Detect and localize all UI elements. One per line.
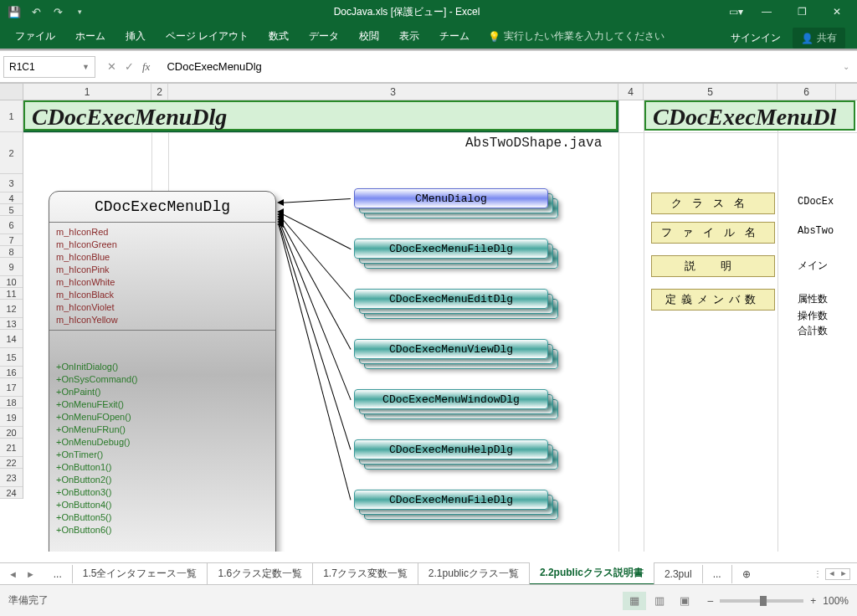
tab-team[interactable]: チーム — [429, 24, 480, 49]
row-header[interactable]: 9 — [0, 258, 23, 276]
row-header[interactable]: 14 — [0, 330, 23, 348]
row-header[interactable]: 3 — [0, 174, 23, 192]
minimize-button[interactable]: ― — [750, 2, 783, 22]
sheet-tab[interactable]: 1.6クラス定数一覧 — [208, 563, 313, 584]
col-header-4[interactable]: 4 — [618, 84, 644, 100]
row-header[interactable]: 5 — [0, 204, 23, 216]
row-header[interactable]: 20 — [0, 427, 23, 439]
sheet-tab[interactable]: 2.3pul — [654, 565, 703, 583]
row-header[interactable]: 8 — [0, 246, 23, 258]
related-class-box: CDocExecMenuEditDlg — [354, 289, 548, 309]
worksheet[interactable]: 1 2 3 4 5 6 1 2 3 4 5 6 7 8 9 10 11 12 1… — [0, 83, 857, 552]
sheet-tab-bar: ◄ ► ... 1.5全インタフェース一覧 1.6クラス定数一覧 1.7クラス変… — [0, 562, 857, 584]
zoom-in-button[interactable]: + — [810, 595, 816, 607]
tab-nav[interactable]: ◄ ► — [0, 567, 44, 581]
tell-me[interactable]: 💡 実行したい作業を入力してください — [480, 24, 673, 49]
formula-input[interactable] — [162, 56, 839, 78]
row-header[interactable]: 1 — [0, 100, 23, 132]
col-header-2[interactable]: 2 — [151, 84, 168, 100]
row-header[interactable]: 18 — [0, 397, 23, 408]
row-header[interactable]: 7 — [0, 234, 23, 246]
attr: m_hIconRed — [56, 226, 269, 239]
row-header[interactable]: 16 — [0, 367, 23, 378]
bulb-icon: 💡 — [488, 31, 500, 43]
normal-view-icon[interactable]: ▦ — [623, 592, 646, 610]
redo-icon[interactable]: ↷ — [49, 3, 67, 21]
row-header[interactable]: 11 — [0, 288, 23, 300]
share-icon: 👤 — [801, 33, 813, 44]
attr: m_hIconPink — [56, 264, 269, 276]
save-icon[interactable]: 💾 — [5, 3, 23, 21]
select-all-corner[interactable] — [0, 84, 23, 100]
sheet-tab[interactable]: 2.1publicクラス一覧 — [418, 563, 530, 584]
sheet-tab-more[interactable]: ... — [44, 565, 73, 583]
hscroll-bar[interactable]: ◄► — [825, 568, 850, 580]
tab-pagelayout[interactable]: ページ レイアウト — [156, 24, 259, 49]
row-header[interactable]: 12 — [0, 300, 23, 318]
tab-formulas[interactable]: 数式 — [259, 24, 299, 49]
col-header-6[interactable]: 6 — [777, 84, 836, 100]
fx-icon[interactable]: fx — [142, 60, 150, 74]
row-header[interactable]: 15 — [0, 348, 23, 367]
cell-grid[interactable]: CDocExecMenuDlg CDocExecMenuDl AbsTwoDSh… — [23, 100, 857, 552]
expand-formula-icon[interactable]: ⌄ — [839, 62, 854, 71]
column-headers: 1 2 3 4 5 6 — [0, 84, 857, 100]
tab-home[interactable]: ホーム — [65, 24, 115, 49]
side-value: 操作数 — [798, 309, 828, 323]
row-header[interactable]: 19 — [0, 408, 23, 427]
row-header[interactable]: 17 — [0, 378, 23, 397]
zoom-control: – + 100% — [708, 595, 849, 607]
attr: m_hIconBlue — [56, 251, 269, 264]
tab-first-icon[interactable]: ◄ — [5, 567, 21, 581]
sheet-tab[interactable]: 1.5全インタフェース一覧 — [73, 563, 208, 584]
close-button[interactable]: ✕ — [820, 2, 854, 22]
tab-data[interactable]: データ — [299, 24, 349, 49]
qat-dropdown-icon[interactable]: ▾ — [70, 3, 89, 21]
col-header-5[interactable]: 5 — [644, 84, 777, 100]
col-header-3[interactable]: 3 — [168, 84, 618, 100]
arrow-head-icon — [277, 221, 284, 228]
tab-next-icon[interactable]: ► — [23, 567, 38, 581]
ribbon-options-icon[interactable]: ▭▾ — [723, 2, 748, 22]
zoom-slider[interactable] — [720, 599, 803, 603]
method: +OnSysCommand() — [56, 373, 269, 386]
row-header[interactable]: 23 — [0, 469, 23, 487]
sheet-tab-active[interactable]: 2.2publicクラス説明書 — [530, 562, 654, 585]
tab-view[interactable]: 表示 — [389, 24, 429, 49]
share-button[interactable]: 👤 共有 — [793, 28, 845, 49]
page-layout-icon[interactable]: ▥ — [648, 592, 671, 610]
chevron-down-icon[interactable]: ▼ — [82, 63, 90, 71]
method: +OnPaint() — [56, 386, 269, 398]
signin-button[interactable]: サインイン — [726, 28, 786, 49]
tab-insert[interactable]: 挿入 — [115, 24, 156, 49]
tab-file[interactable]: ファイル — [5, 24, 65, 49]
row-header[interactable]: 10 — [0, 276, 23, 288]
side-value: CDocEx — [798, 196, 834, 208]
row-header[interactable]: 13 — [0, 318, 23, 330]
zoom-out-button[interactable]: – — [708, 595, 714, 607]
tell-me-text: 実行したい作業を入力してください — [504, 29, 665, 44]
row-header[interactable]: 24 — [0, 487, 23, 499]
row-header[interactable]: 6 — [0, 216, 23, 234]
class-title-cell: CDocExecMenuDlg — [23, 100, 618, 131]
tab-review[interactable]: 校閲 — [349, 24, 389, 49]
col-header-1[interactable]: 1 — [23, 84, 151, 100]
row-header[interactable]: 21 — [0, 439, 23, 457]
undo-icon[interactable]: ↶ — [27, 3, 45, 21]
name-box[interactable]: R1C1 ▼ — [3, 56, 95, 78]
sheet-tab[interactable]: 1.7クラス変数一覧 — [313, 563, 418, 584]
row-header[interactable]: 22 — [0, 457, 23, 469]
restore-button[interactable]: ❐ — [785, 2, 819, 22]
formula-bar: R1C1 ▼ ✕ ✓ fx ⌄ — [0, 51, 857, 83]
attr: m_hIconYellow — [56, 314, 269, 326]
row-header[interactable]: 2 — [0, 132, 23, 174]
sheet-tab-more2[interactable]: ... — [703, 565, 732, 583]
new-sheet-button[interactable]: ⊕ — [732, 565, 761, 583]
confirm-icon[interactable]: ✓ — [125, 60, 134, 73]
related-class-box: CDocExecMenuViewDlg — [354, 339, 548, 359]
cancel-icon[interactable]: ✕ — [107, 60, 116, 73]
zoom-level[interactable]: 100% — [823, 595, 849, 607]
uml-class-box: CDocExecMenuDlg m_hIconRed m_hIconGreen … — [49, 191, 276, 552]
row-header[interactable]: 4 — [0, 192, 23, 204]
page-break-icon[interactable]: ▣ — [673, 592, 696, 610]
